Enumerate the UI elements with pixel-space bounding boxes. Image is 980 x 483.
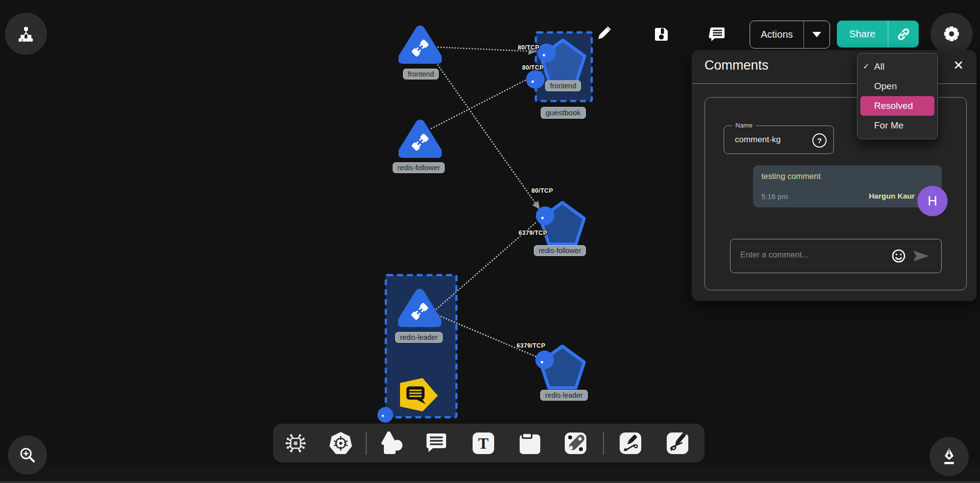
comment-input[interactable]: Enter a comment... <box>730 239 942 273</box>
cpu-tool-button[interactable] <box>284 432 307 455</box>
port-circle[interactable] <box>536 206 554 225</box>
comment-name-field[interactable]: Name comment-kg ? <box>724 126 834 154</box>
comment-marker[interactable] <box>400 378 438 413</box>
pen-mode-button[interactable] <box>930 437 969 476</box>
filter-option-all[interactable]: ✓All <box>857 57 937 76</box>
connector-tool-icon <box>564 432 587 455</box>
comment-timestamp: 5:16 pm <box>761 192 788 201</box>
share-button[interactable]: Share <box>837 21 919 48</box>
kubernetes-tool-button[interactable] <box>328 431 353 456</box>
shapes-tool-icon <box>379 432 403 455</box>
edit-pencil-button[interactable] <box>594 25 613 43</box>
settings-button[interactable] <box>930 13 973 55</box>
help-icon[interactable]: ? <box>812 133 827 148</box>
service-node[interactable] <box>399 118 442 161</box>
frame-tool-button[interactable] <box>518 432 542 455</box>
actions-button[interactable]: Actions <box>750 21 830 49</box>
group-label: guestbook <box>541 107 586 119</box>
node-label: redis-leader <box>540 390 588 401</box>
emoji-picker-button[interactable] <box>891 249 906 265</box>
port-circle[interactable] <box>535 351 554 369</box>
node-label: frontend <box>403 69 439 79</box>
service-triangle-icon <box>398 287 441 328</box>
pen-arrow-tool-button[interactable] <box>619 432 642 455</box>
port-circle[interactable] <box>537 44 556 62</box>
toolbar-divider <box>603 432 604 455</box>
hierarchy-layout-icon <box>16 24 36 44</box>
edge-line[interactable] <box>436 63 540 209</box>
bottom-toolbar: T <box>273 424 704 462</box>
text-tool-icon: T <box>472 432 495 455</box>
copy-link-button[interactable] <box>888 26 919 42</box>
port-circle[interactable] <box>377 407 393 423</box>
filter-option-label: For Me <box>874 120 904 130</box>
save-button[interactable] <box>652 25 671 44</box>
edit-pencil-icon <box>595 25 612 43</box>
zoom-button[interactable] <box>8 435 47 475</box>
edge-port-label: 6379/TCP <box>517 342 546 349</box>
filter-option-label: Open <box>874 81 897 91</box>
send-comment-button[interactable] <box>913 250 930 264</box>
connector-tool-button[interactable] <box>564 432 587 455</box>
send-icon <box>913 250 930 262</box>
pen-nib-icon <box>939 446 959 467</box>
save-icon <box>653 25 670 43</box>
link-icon <box>896 26 911 42</box>
comments-panel-title: Comments <box>704 58 769 73</box>
frame-tool-icon <box>518 432 542 455</box>
node-label: redis-follower <box>393 162 445 173</box>
yellow-comment-marker-icon <box>400 378 438 411</box>
service-node[interactable] <box>398 287 441 330</box>
port-dot <box>543 54 545 56</box>
comment-text: testing comment <box>761 172 821 181</box>
share-label: Share <box>837 28 888 40</box>
comments-toggle-button[interactable] <box>708 25 727 44</box>
name-field-label: Name <box>732 122 756 129</box>
port-circle[interactable] <box>526 70 545 89</box>
comment-tool-button[interactable] <box>424 432 449 455</box>
comment-item[interactable]: testing comment 5:16 pm Hargun Kaur <box>753 165 942 207</box>
zoom-in-icon <box>18 445 37 465</box>
node-label: frontend <box>545 80 581 91</box>
service-triangle-icon <box>399 24 442 65</box>
port-dot <box>541 361 543 363</box>
kubernetes-tool-icon <box>328 431 353 456</box>
text-tool-button[interactable]: T <box>472 432 495 455</box>
app-screen: frontend redis-follower redis-leader fro… <box>0 0 980 483</box>
svg-text:T: T <box>478 434 488 452</box>
edge-port-label: 80/TCP <box>522 64 544 71</box>
port-dot <box>382 415 384 417</box>
comment-input-placeholder: Enter a comment... <box>740 250 808 259</box>
close-icon[interactable]: ✕ <box>953 58 964 73</box>
actions-dropdown-toggle[interactable] <box>804 30 829 39</box>
port-dot <box>531 80 534 83</box>
name-field-value: comment-kg <box>735 135 781 145</box>
check-icon: ✓ <box>863 57 869 76</box>
comment-tool-icon <box>424 432 449 455</box>
settings-gear-icon <box>941 23 962 45</box>
comment-author: Hargun Kaur <box>869 192 915 201</box>
comments-icon <box>708 25 727 44</box>
pencil-draw-tool-button[interactable] <box>666 432 689 455</box>
chevron-down-icon <box>812 32 821 37</box>
service-node[interactable] <box>399 24 442 67</box>
node-label: redis-leader <box>395 332 443 343</box>
actions-label: Actions <box>750 29 804 40</box>
filter-option-label: Resolved <box>874 101 913 111</box>
toolbar-divider <box>366 432 367 455</box>
filter-option-label: All <box>874 61 884 72</box>
port-dot <box>541 217 544 219</box>
filter-option-for-me[interactable]: For Me <box>857 116 937 135</box>
filter-option-open[interactable]: Open <box>857 76 937 96</box>
edge-port-label: 80/TCP <box>531 187 553 194</box>
layout-hierarchy-button[interactable] <box>5 13 47 55</box>
filter-option-resolved[interactable]: Resolved <box>860 96 934 116</box>
comment-filter-menu: ✓AllOpenResolvedFor Me <box>857 53 938 139</box>
pen-arrow-tool-icon <box>619 432 642 455</box>
shapes-tool-button[interactable] <box>379 432 403 455</box>
service-triangle-icon <box>399 118 442 159</box>
smiley-icon <box>891 249 906 263</box>
edge-port-label: 6379/TCP <box>519 229 548 236</box>
pencil-draw-tool-icon <box>666 432 689 455</box>
cpu-tool-icon <box>284 432 307 455</box>
